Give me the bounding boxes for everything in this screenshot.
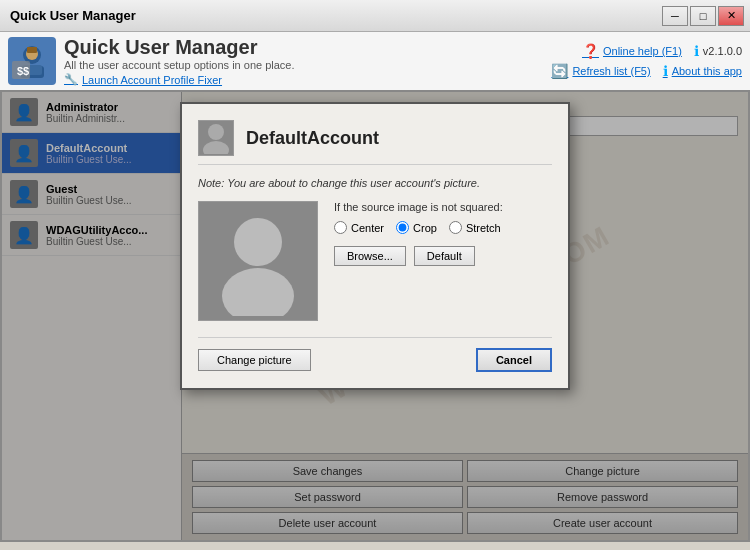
minimize-button[interactable]: ─ [662, 6, 688, 26]
about-app-link[interactable]: ℹ About this app [663, 63, 742, 79]
online-help-link[interactable]: ❓ Online help (F1) [582, 43, 682, 59]
title-controls: ─ □ ✕ [662, 0, 744, 31]
modal-note: Note: You are about to change this user … [198, 177, 552, 189]
modal-preview-image [198, 201, 318, 321]
app-icon: $$ [8, 37, 56, 85]
modal-options: If the source image is not squared: Cent… [334, 201, 552, 321]
maximize-button[interactable]: □ [690, 6, 716, 26]
modal-body: If the source image is not squared: Cent… [198, 201, 552, 321]
radio-crop[interactable]: Crop [396, 221, 437, 234]
svg-rect-4 [27, 47, 37, 53]
app-title: Quick User Manager [64, 36, 543, 59]
default-button[interactable]: Default [414, 246, 475, 266]
radio-stretch-label: Stretch [466, 222, 501, 234]
radio-stretch[interactable]: Stretch [449, 221, 501, 234]
radio-center[interactable]: Center [334, 221, 384, 234]
radio-row: Center Crop Stretch [334, 221, 552, 234]
modal-user-icon [198, 120, 234, 156]
app-title-block: Quick User Manager All the user account … [64, 36, 543, 86]
modal-cancel-button[interactable]: Cancel [476, 348, 552, 372]
header-right: ❓ Online help (F1) ℹ v2.1.0.0 🔄 Refresh … [551, 43, 742, 79]
info-icon: ℹ [694, 43, 699, 59]
radio-stretch-input[interactable] [449, 221, 462, 234]
app-subtitle: All the user account setup options in on… [64, 59, 543, 71]
svg-point-9 [208, 124, 224, 140]
app-header: $$ Quick User Manager All the user accou… [0, 32, 750, 92]
refresh-list-link[interactable]: 🔄 Refresh list (F5) [551, 63, 650, 79]
radio-center-input[interactable] [334, 221, 347, 234]
radio-crop-input[interactable] [396, 221, 409, 234]
modal-footer: Change picture Cancel [198, 337, 552, 372]
svg-text:$$: $$ [17, 65, 29, 77]
modal-option-label: If the source image is not squared: [334, 201, 552, 213]
browse-button[interactable]: Browse... [334, 246, 406, 266]
modal-title: DefaultAccount [246, 128, 379, 149]
question-icon: ❓ [582, 43, 599, 59]
about-icon: ℹ [663, 63, 668, 79]
svg-point-11 [234, 218, 282, 266]
title-bar: Quick User Manager ─ □ ✕ [0, 0, 750, 32]
version-label: ℹ v2.1.0.0 [694, 43, 742, 59]
title-bar-text: Quick User Manager [6, 0, 662, 31]
radio-center-label: Center [351, 222, 384, 234]
launch-icon: 🔧 [64, 73, 78, 86]
main-content: 👤 Administrator Builtin Administr... 👤 D… [0, 92, 750, 542]
svg-point-12 [222, 268, 294, 316]
close-button[interactable]: ✕ [718, 6, 744, 26]
change-picture-modal: DefaultAccount Note: You are about to ch… [180, 102, 570, 390]
radio-crop-label: Crop [413, 222, 437, 234]
launch-link[interactable]: 🔧 Launch Account Profile Fixer [64, 73, 543, 86]
modal-browse-row: Browse... Default [334, 246, 552, 266]
modal-change-picture-button[interactable]: Change picture [198, 349, 311, 371]
refresh-icon: 🔄 [551, 63, 568, 79]
svg-point-10 [203, 141, 229, 154]
modal-header: DefaultAccount [198, 120, 552, 165]
modal-overlay: DefaultAccount Note: You are about to ch… [2, 92, 748, 540]
